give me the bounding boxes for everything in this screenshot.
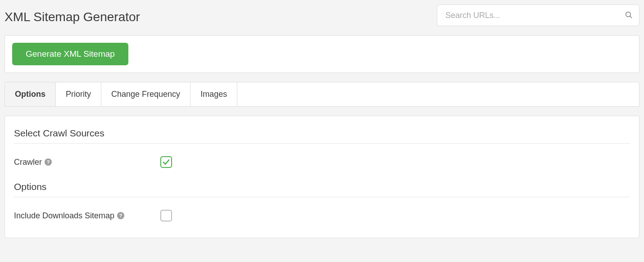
section-heading-options: Options [14, 181, 630, 197]
search-icon [625, 11, 633, 20]
row-include-downloads: Include Downloads Sitemap ? [14, 210, 630, 221]
row-crawler: Crawler ? [14, 156, 630, 168]
generate-sitemap-button[interactable]: Generate XML Sitemap [12, 43, 128, 65]
label-include-downloads: Include Downloads Sitemap ? [14, 211, 160, 221]
help-icon[interactable]: ? [117, 212, 124, 219]
help-icon[interactable]: ? [45, 158, 52, 166]
svg-line-1 [630, 16, 632, 18]
page-title: XML Sitemap Generator [5, 5, 140, 24]
search-wrap [437, 5, 639, 26]
tab-change-frequency[interactable]: Change Frequency [101, 82, 190, 106]
action-panel: Generate XML Sitemap [5, 35, 639, 73]
tab-images[interactable]: Images [190, 82, 237, 106]
label-crawler: Crawler ? [14, 158, 160, 167]
checkbox-crawler[interactable] [160, 156, 172, 168]
options-form-panel: Select Crawl Sources Crawler ? Options I… [5, 116, 639, 238]
search-input[interactable] [437, 5, 639, 26]
section-heading-crawl-sources: Select Crawl Sources [14, 128, 630, 144]
tabs: Options Priority Change Frequency Images [5, 82, 639, 107]
tab-priority[interactable]: Priority [56, 82, 101, 106]
label-crawler-text: Crawler [14, 158, 42, 167]
label-include-downloads-text: Include Downloads Sitemap [14, 211, 114, 221]
tab-options[interactable]: Options [5, 82, 56, 106]
checkbox-include-downloads[interactable] [160, 210, 172, 221]
search-button[interactable] [620, 6, 638, 24]
